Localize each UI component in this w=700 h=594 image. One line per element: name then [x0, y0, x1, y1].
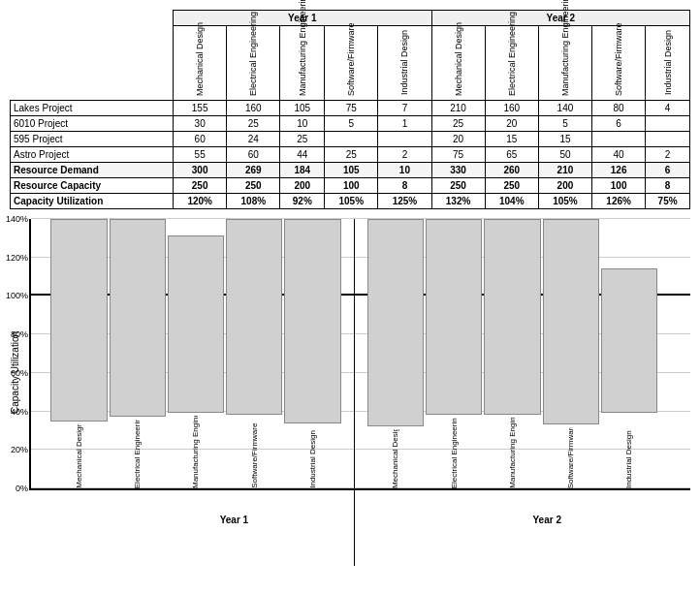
y1-elec-header: Electrical Engineering — [227, 26, 280, 101]
summary-cell: 200 — [538, 178, 591, 194]
y-tick-label: 20% — [11, 445, 31, 454]
summary-cell: 108% — [227, 194, 280, 209]
table-cell: 160 — [485, 101, 538, 116]
bar-item: Manufacturing Engineering — [484, 219, 540, 488]
bar-x-label: Software/Firmware — [250, 418, 259, 488]
summary-cell: 330 — [431, 163, 485, 178]
table-cell: 15 — [538, 132, 591, 147]
table-cell: 80 — [592, 101, 646, 116]
bar — [50, 219, 107, 422]
empty-subheader — [11, 26, 174, 101]
project-name: 6010 Project — [11, 116, 174, 132]
bar — [284, 219, 340, 423]
bar-x-label: Mechanical Design — [75, 424, 83, 488]
table-cell: 25 — [227, 116, 280, 132]
y2-mech-header: Mechanical Design — [431, 26, 485, 101]
table-cell: 6 — [592, 116, 646, 132]
summary-cell: 100 — [325, 178, 378, 194]
summary-cell: 8 — [646, 178, 690, 194]
summary-cell: 250 — [431, 178, 485, 194]
table-cell — [646, 116, 690, 132]
bar-x-label: Manufacturing Engineering — [508, 418, 517, 488]
bar-x-label: Electrical Engineering — [450, 418, 459, 488]
table-cell: 55 — [174, 147, 227, 163]
bar — [543, 219, 599, 424]
y-tick-label: 100% — [6, 291, 31, 300]
summary-cell: 126% — [592, 194, 646, 209]
y1-mech-header: Mechanical Design — [174, 26, 227, 101]
bar — [367, 219, 424, 426]
summary-cell: 105% — [325, 194, 378, 209]
summary-cell: 105% — [538, 194, 591, 209]
summary-row-label: Resource Capacity — [11, 178, 174, 194]
table-cell: 25 — [280, 132, 325, 147]
y2-id-header: Industrial Design — [646, 26, 690, 101]
summary-cell: 269 — [227, 163, 280, 178]
summary-cell: 75% — [646, 194, 690, 209]
summary-cell: 10 — [378, 163, 431, 178]
table-cell: 5 — [325, 116, 378, 132]
summary-cell: 260 — [485, 163, 538, 178]
summary-cell: 125% — [378, 194, 431, 209]
y2-sw-header: Software/Firmware — [592, 26, 646, 101]
bar-x-label: Software/Firmware — [566, 427, 575, 488]
table-cell: 44 — [280, 147, 325, 163]
project-name: Astro Project — [11, 147, 174, 163]
project-name: Lakes Project — [11, 101, 174, 116]
y2-mfg-header: Manufacturing Engineering — [538, 26, 591, 101]
bar-item: Electrical Engineering — [426, 219, 482, 488]
table-cell — [378, 132, 431, 147]
bar-item: Industrial Design — [601, 219, 657, 488]
bar — [168, 235, 224, 413]
summary-cell: 92% — [280, 194, 325, 209]
chart-container: Capacity Utilization 0%20%40%60%80%100%1… — [10, 219, 690, 525]
bar-item: Mechanical Design — [367, 219, 424, 488]
table-cell: 40 — [592, 147, 646, 163]
bar-x-label: Mechanical Design — [391, 429, 399, 488]
bar-item: Manufacturing Engineering — [168, 219, 224, 488]
bar-group: Mechanical DesignElectrical EngineeringM… — [50, 219, 340, 488]
summary-cell: 250 — [174, 178, 227, 194]
bar-item: Software/Firmware — [226, 219, 282, 488]
table-cell: 60 — [174, 132, 227, 147]
summary-cell: 300 — [174, 163, 227, 178]
bar — [601, 268, 657, 413]
chart-year-labels: Year 1 Year 2 — [29, 515, 690, 525]
bar — [226, 219, 282, 415]
table-cell: 160 — [227, 101, 280, 116]
summary-cell: 210 — [538, 163, 591, 178]
summary-cell: 104% — [485, 194, 538, 209]
project-name: 595 Project — [11, 132, 174, 147]
summary-cell: 126 — [592, 163, 646, 178]
table-cell: 65 — [485, 147, 538, 163]
table-cell: 4 — [646, 101, 690, 116]
bar — [426, 219, 482, 415]
summary-row-label: Capacity Utilization — [11, 194, 174, 209]
y-tick-label: 80% — [11, 329, 31, 339]
summary-row-label: Resource Demand — [11, 163, 174, 178]
summary-cell: 250 — [227, 178, 280, 194]
summary-cell: 132% — [431, 194, 485, 209]
y1-id-header: Industrial Design — [378, 26, 431, 101]
y-tick-label: 120% — [6, 253, 31, 263]
resource-table: Year 1 Year 2 Mechanical Design Electric… — [10, 10, 690, 209]
summary-cell: 8 — [378, 178, 431, 194]
empty-header — [11, 11, 174, 26]
table-cell: 75 — [325, 101, 378, 116]
summary-cell: 100 — [592, 178, 646, 194]
year-divider — [354, 219, 355, 566]
bar-x-label: Industrial Design — [308, 426, 317, 488]
table-cell: 210 — [431, 101, 485, 116]
bar — [484, 219, 540, 415]
table-cell: 25 — [325, 147, 378, 163]
y1-mfg-header: Manufacturing Engineering — [280, 26, 325, 101]
table-cell: 10 — [280, 116, 325, 132]
summary-cell: 120% — [174, 194, 227, 209]
table-cell: 155 — [174, 101, 227, 116]
bar-item: Electrical Engineering — [110, 219, 166, 488]
bar-x-label: Manufacturing Engineering — [191, 416, 200, 488]
y1-sw-header: Software/Firmware — [325, 26, 378, 101]
bar — [110, 219, 166, 417]
table-cell: 50 — [538, 147, 591, 163]
chart-year1-label: Year 1 — [91, 515, 378, 525]
